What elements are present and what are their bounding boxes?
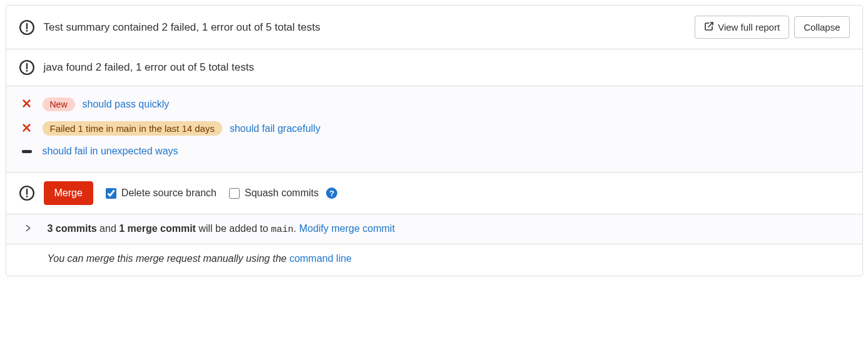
fail-x-icon xyxy=(23,123,31,134)
test-summary-row: Test summary contained 2 failed, 1 error… xyxy=(6,6,862,49)
svg-point-2 xyxy=(26,30,28,32)
chevron-right-icon xyxy=(24,224,33,235)
squash-checkbox-wrap[interactable]: Squash commits ? xyxy=(229,188,337,199)
collapse-button[interactable]: Collapse xyxy=(794,16,849,38)
java-icon-col xyxy=(19,59,44,76)
commits-row[interactable]: 3 commits and 1 merge commit will be add… xyxy=(6,214,862,244)
merge-row: Merge Delete source branch Squash commit… xyxy=(6,172,862,214)
test-list-section: New should pass quickly Failed 1 time in… xyxy=(6,86,862,172)
squash-label: Squash commits xyxy=(245,188,319,199)
manual-merge-section: You can merge this merge request manuall… xyxy=(6,244,862,276)
svg-point-5 xyxy=(26,70,28,72)
java-summary-row: java found 2 failed, 1 error out of 5 to… xyxy=(6,49,862,86)
manual-merge-text: You can merge this merge request manuall… xyxy=(48,253,290,264)
external-link-icon xyxy=(704,21,714,33)
command-line-link[interactable]: command line xyxy=(289,253,352,264)
manual-merge-row: You can merge this merge request manuall… xyxy=(6,244,862,276)
delete-branch-checkbox[interactable] xyxy=(106,188,116,199)
delete-branch-checkbox-wrap[interactable]: Delete source branch xyxy=(106,188,217,199)
summary-icon-col xyxy=(19,19,44,36)
test-name-link[interactable]: should fail gracefully xyxy=(230,123,320,134)
test-name-link[interactable]: should pass quickly xyxy=(83,99,170,110)
merge-button-label: Merge xyxy=(54,188,83,199)
modify-merge-commit-link[interactable]: Modify merge commit xyxy=(299,223,395,234)
test-summary-text: Test summary contained 2 failed, 1 error… xyxy=(44,21,320,34)
java-summary-section: java found 2 failed, 1 error out of 5 to… xyxy=(6,49,862,86)
collapse-label: Collapse xyxy=(804,22,840,32)
delete-branch-label: Delete source branch xyxy=(121,188,217,199)
merge-commit-count: 1 merge commit xyxy=(119,223,196,234)
java-summary-text: java found 2 failed, 1 error out of 5 to… xyxy=(44,61,254,74)
fail-x-icon xyxy=(23,99,31,110)
merge-button[interactable]: Merge xyxy=(44,181,93,205)
test-item: New should pass quickly xyxy=(19,92,850,116)
merge-section: Merge Delete source branch Squash commit… xyxy=(6,172,862,214)
commits-section: 3 commits and 1 merge commit will be add… xyxy=(6,214,862,244)
view-full-report-button[interactable]: View full report xyxy=(695,16,789,39)
merge-request-widget: Test summary contained 2 failed, 1 error… xyxy=(6,5,863,276)
squash-checkbox[interactable] xyxy=(229,188,240,199)
help-icon[interactable]: ? xyxy=(326,188,337,199)
warning-icon xyxy=(19,19,35,36)
test-name-link[interactable]: should fail in unexpected ways xyxy=(43,146,178,157)
warning-icon xyxy=(19,185,35,201)
svg-point-8 xyxy=(26,196,28,198)
target-branch: main xyxy=(271,224,294,235)
test-item: Failed 1 time in main in the last 14 day… xyxy=(19,116,850,141)
commits-count: 3 commits xyxy=(48,223,97,234)
test-item: should fail in unexpected ways xyxy=(19,141,850,162)
error-minus-icon xyxy=(22,150,32,153)
flaky-badge: Failed 1 time in main in the last 14 day… xyxy=(43,121,222,136)
new-badge: New xyxy=(43,98,75,111)
warning-icon xyxy=(19,59,35,76)
test-summary-section: Test summary contained 2 failed, 1 error… xyxy=(6,6,862,49)
view-full-report-label: View full report xyxy=(718,22,780,32)
merge-icon-col xyxy=(19,185,44,201)
test-list: New should pass quickly Failed 1 time in… xyxy=(6,86,862,172)
commits-text: 3 commits and 1 merge commit will be add… xyxy=(48,223,395,235)
